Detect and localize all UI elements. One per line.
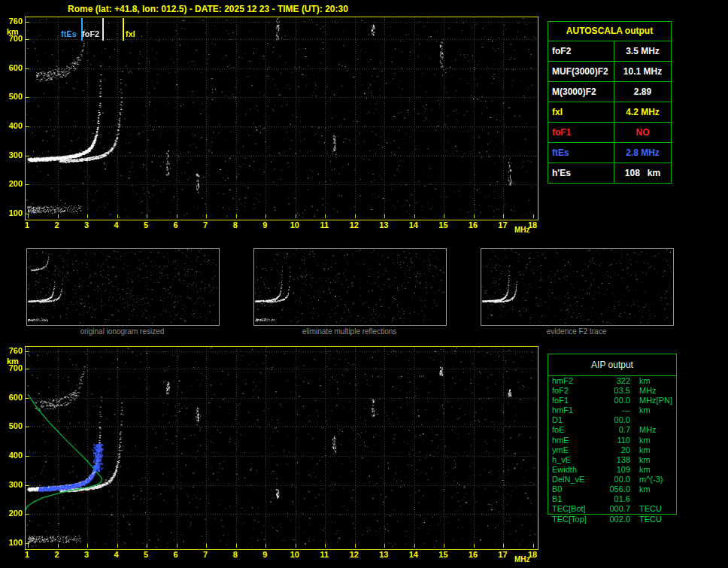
aip-table-rows: hmF2322kmfoF203.5MHzfoF100.0MHz[PN]hmF1-… [548, 376, 676, 514]
aip-row-B1: B101.6 [548, 494, 676, 504]
x-axis-tick-label-bottom: 17 [494, 550, 511, 559]
y-axis-tick-label-top: 760 [2, 17, 23, 26]
aip-unit: MHz [630, 386, 657, 396]
x-axis-tick-label-top: 16 [465, 220, 481, 229]
aip-extra: [PN] [657, 396, 676, 405]
aip-value: 138 [600, 455, 630, 465]
aip-row-foF1: foF100.0MHz[PN] [548, 396, 676, 405]
aip-row-DelN_vE: DelN_vE00.0m^(-3) [548, 475, 676, 484]
x-axis-tick-label-top: 11 [316, 220, 332, 229]
x-axis-tick-label-top: 4 [108, 220, 125, 229]
x-axis-tick-label-bottom: 18 [524, 550, 541, 559]
x-axis-tick-label-top: 1 [19, 220, 35, 229]
autoscala-row-MUF(3000)F2: MUF(3000)F210.1 MHz [548, 61, 671, 81]
aip-unit: km [630, 405, 651, 415]
aip-row-h_vE: h_vE138km [548, 455, 676, 465]
aip-label: foE [548, 425, 600, 435]
y-axis-tick-label-bottom: 760 [2, 346, 23, 355]
ionogram-bottom-canvas [26, 347, 536, 548]
autoscala-row-label: fxI [548, 102, 614, 122]
aip-unit: MHz [630, 425, 657, 435]
autoscala-row-label: M(3000)F2 [548, 82, 614, 102]
autoscala-table-rows: foF23.5 MHzMUF(3000)F210.1 MHzM(3000)F22… [548, 41, 671, 183]
aip-row-TEC[Top]: TEC[Top]002.0TECU [548, 515, 676, 524]
x-axis-tick-label-bottom: 2 [49, 550, 65, 559]
thumbnail-f2-trace [481, 248, 674, 326]
autoscala-row-foF2: foF23.5 MHz [548, 41, 671, 61]
aip-label: h_vE [548, 455, 600, 465]
ionogram-top-canvas [26, 17, 536, 218]
aip-label: ymE [548, 445, 600, 455]
aip-value: 00.0 [600, 415, 630, 425]
autoscala-table: AUTOSCALA output foF23.5 MHzMUF(3000)F21… [548, 21, 672, 184]
y-axis-tick-label-bottom: 600 [2, 393, 23, 402]
autoscala-row-value: NO [614, 123, 671, 142]
autoscala-row-label: MUF(3000)F2 [548, 62, 614, 81]
aip-unit: km [630, 484, 651, 494]
aip-label: foF1 [548, 396, 600, 405]
aip-unit: km [630, 436, 651, 445]
x-axis-tick-label-top: 13 [375, 220, 392, 229]
thumbnail-caption-f2: evidence F2 trace [481, 327, 672, 336]
aip-label: Ewidth [548, 465, 600, 475]
x-axis-tick-label-bottom: 16 [465, 550, 481, 559]
autoscala-row-label: foF2 [548, 41, 614, 61]
autoscala-row-value: 3.5 MHz [614, 41, 671, 61]
y-axis-tick-label-bottom: 700 [2, 363, 23, 372]
aip-value: 20 [600, 445, 630, 455]
x-axis-tick-label-top: 17 [494, 220, 511, 229]
ionogram-top-plot: ftEsfoF2fxI [25, 17, 538, 220]
autoscala-row-fxI: fxI4.2 MHz [548, 102, 671, 122]
y-axis-tick-label-top: 600 [2, 63, 23, 72]
page-title: Rome (lat: +41.8, lon: 012.5) - DATE: 20… [68, 4, 348, 14]
marker-label-ftEs: ftEs [61, 29, 77, 38]
y-axis-tick-label-bottom: 300 [2, 480, 23, 489]
autoscala-row-label: ftEs [548, 143, 614, 163]
y-axis-tick-label-top: 500 [2, 92, 23, 101]
aip-value: 000.7 [600, 504, 630, 514]
x-axis-tick-label-top: 12 [346, 220, 362, 229]
aip-value: 0.7 [600, 425, 630, 435]
aip-label: hmF1 [548, 405, 600, 415]
aip-value: 056.0 [600, 484, 630, 494]
y-axis-tick-label-bottom: 500 [2, 421, 23, 430]
aip-row-hmF1: hmF1---km [548, 405, 676, 415]
thumbnail-original-canvas [27, 249, 217, 323]
y-axis-tick-label-bottom: 200 [2, 509, 23, 518]
x-axis-tick-label-top: 7 [197, 220, 214, 229]
aip-tec-top-row: TEC[Top]002.0TECU [548, 515, 676, 524]
x-axis-tick-label-bottom: 1 [19, 550, 35, 559]
x-axis-tick-label-bottom: 3 [78, 550, 95, 559]
thumbnail-caption-eliminate: eliminate multiple reflections [253, 327, 445, 336]
x-axis-tick-label-top: 2 [49, 220, 65, 229]
autoscala-table-title: AUTOSCALA output [548, 22, 671, 41]
aip-label: hmE [548, 436, 600, 445]
aip-value: 00.0 [600, 475, 630, 484]
aip-table-title: AIP output [548, 354, 676, 376]
x-axis-tick-label-top: 5 [138, 220, 154, 229]
x-axis-tick-label-bottom: 10 [287, 550, 303, 559]
autoscala-row-value: 10.1 MHz [614, 62, 671, 81]
autoscala-row-ftEs: ftEs2.8 MHz [548, 142, 671, 163]
aip-unit: km [630, 445, 651, 455]
marker-label-foF2: foF2 [82, 29, 99, 38]
y-axis-tick-label-top: 400 [2, 121, 23, 130]
aip-unit: MHz [630, 396, 657, 405]
aip-value: 03.5 [600, 386, 630, 396]
aip-value: 322 [600, 376, 630, 386]
aip-label: D1 [548, 415, 600, 425]
x-axis-tick-label-bottom: 15 [435, 550, 451, 559]
x-axis-tick-label-bottom: 14 [405, 550, 422, 559]
x-axis-tick-label-bottom: 8 [227, 550, 244, 559]
x-axis-tick-label-bottom: 13 [375, 550, 392, 559]
x-axis-tick-label-bottom: 6 [168, 550, 184, 559]
y-axis-tick-label-bottom: 400 [2, 451, 23, 460]
autoscala-row-label: h'Es [548, 163, 614, 183]
x-axis-tick-label-bottom: 4 [108, 550, 125, 559]
thumbnail-caption-original: original ionogram resized [26, 327, 218, 336]
y-axis-tick-label-top: 300 [2, 150, 23, 159]
autoscala-window: Rome (lat: +41.8, lon: 012.5) - DATE: 20… [0, 0, 728, 568]
aip-row-B0: B0056.0km [548, 484, 676, 494]
aip-value: --- [600, 405, 630, 415]
aip-row-hmE: hmE110km [548, 436, 676, 445]
